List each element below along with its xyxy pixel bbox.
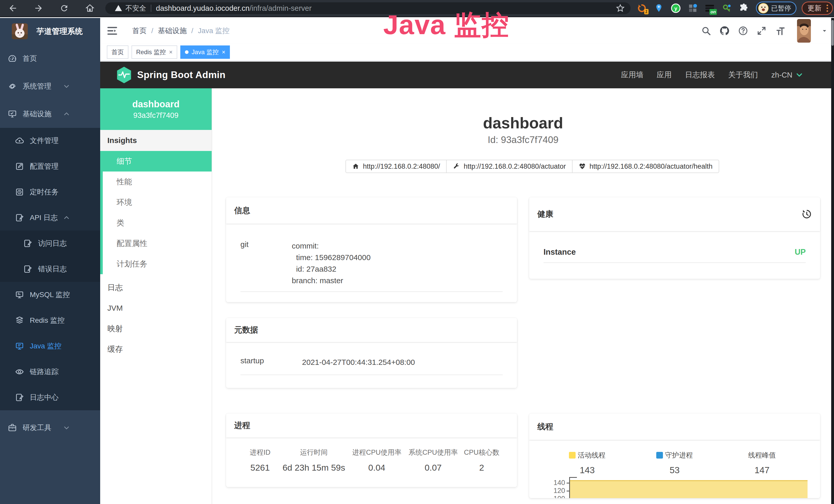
sba-item-details[interactable]: 细节 [100, 151, 212, 171]
sba-navbar: Spring Boot Admin 应用墙 应用 日志报表 关于我们 zh-CN [100, 62, 834, 88]
extensions-puzzle-icon[interactable] [739, 3, 749, 13]
page-scrollbar[interactable] [831, 18, 834, 504]
sidebar-item-tracing[interactable]: 链路追踪 [0, 359, 100, 385]
extension-y-icon[interactable]: y [671, 3, 681, 13]
profile-avatar-emoji [758, 3, 768, 13]
sba-item-environment[interactable]: 环境 [103, 192, 212, 212]
sba-nav-wallboard[interactable]: 应用墙 [621, 70, 643, 80]
sba-item-caches[interactable]: 缓存 [100, 339, 212, 360]
github-icon[interactable] [719, 25, 730, 37]
sidebar-item-access-log[interactable]: 访问日志 [0, 231, 100, 256]
close-icon[interactable]: × [222, 49, 225, 55]
reload-icon [60, 4, 69, 13]
bookmark-star-icon[interactable] [616, 4, 625, 13]
breadcrumb-infra[interactable]: 基础设施 [158, 26, 187, 36]
sidebar-item-scheduled-tasks[interactable]: 定时任务 [0, 179, 100, 205]
sidebar-item-error-log[interactable]: 错误日志 [0, 256, 100, 282]
sba-nav: 应用墙 应用 日志报表 关于我们 zh-CN [621, 70, 803, 80]
sba-item-metrics[interactable]: 性能 [103, 171, 212, 192]
sidebar-submenu-infra: 文件管理 配置管理 定时任务 API 日志 访问日志 错误日志 [0, 128, 100, 410]
extension-tabs-icon[interactable]: on [705, 3, 715, 13]
tab-redis-monitor[interactable]: Redis 监控 × [132, 45, 177, 59]
health-card: 健康 Instance UP [529, 197, 820, 279]
active-tab-dot [185, 50, 189, 54]
extension-grid-icon[interactable] [687, 3, 698, 13]
sba-item-mappings[interactable]: 映射 [100, 318, 212, 339]
sidebar-item-home[interactable]: 首页 [0, 45, 100, 72]
y-axis-tick [567, 491, 569, 491]
process-cpu: 0.04 [348, 463, 406, 473]
sidebar-item-system[interactable]: 系统管理 [0, 72, 100, 100]
live-threads-value: 143 [544, 465, 631, 475]
browser-menu-icon[interactable] [825, 5, 830, 12]
sba-content: dashboard Id: 93a3fc7f7409 http://192.16… [212, 88, 834, 504]
info-card-header: 信息 [226, 197, 517, 224]
fullscreen-icon[interactable] [756, 25, 767, 37]
sba-item-configprops[interactable]: 配置属性 [103, 233, 212, 254]
scrollbar-thumb[interactable] [831, 20, 834, 46]
sidebar-item-dev-tools[interactable]: 研发工具 [0, 414, 100, 442]
threads-card-header: 线程 [529, 413, 820, 440]
sba-body: dashboard 93a3fc7f7409 Insights 细节 性能 环境… [100, 88, 834, 504]
sidebar-item-log-center[interactable]: 日志中心 [0, 385, 100, 410]
sidebar-item-file-management[interactable]: 文件管理 [0, 128, 100, 154]
sidebar-collapse-icon[interactable] [107, 25, 118, 37]
threads-legend-row: 活动线程 143 守护进程 53 线程峰值 [544, 451, 806, 475]
search-icon[interactable] [700, 25, 712, 37]
extension-key-icon[interactable] [722, 3, 732, 13]
sidebar-item-redis-monitor[interactable]: Redis 监控 [0, 307, 100, 333]
cpu-cores: 2 [461, 463, 503, 473]
instance-url-actuator[interactable]: http://192.168.0.2:48080/actuator [446, 160, 572, 173]
app-title: 芋道管理系统 [37, 26, 83, 37]
browser-reload-button[interactable] [51, 0, 77, 17]
sba-language-select[interactable]: zh-CN [771, 71, 803, 79]
admin-logo-image [12, 23, 28, 39]
sidebar-item-mysql-monitor[interactable]: MySQL 监控 [0, 282, 100, 307]
admin-sidebar: 芋道管理系统 首页 系统管理 基础设施 文件管理 配置管理 [0, 18, 100, 504]
sba-item-classes[interactable]: 类 [103, 212, 212, 233]
sidebar-item-infra[interactable]: 基础设施 [0, 100, 100, 128]
sba-item-logs[interactable]: 日志 [100, 277, 212, 298]
sba-brand[interactable]: Spring Boot Admin [116, 66, 225, 84]
sba-nav-about[interactable]: 关于我们 [728, 70, 758, 80]
user-avatar[interactable] [797, 19, 811, 43]
browser-back-button[interactable] [0, 0, 26, 17]
sba-item-jvm[interactable]: JVM [100, 298, 212, 318]
extension-update-icon[interactable]: 1 [637, 3, 647, 13]
avatar-caret-icon[interactable] [822, 28, 827, 33]
info-value: commit: time: 1596289704000 id: 27aa832 … [292, 240, 503, 286]
address-bar[interactable]: 不安全 dashboard.yudao.iocoder.cn/infra/adm… [105, 2, 631, 14]
sba-nav-journal[interactable]: 日志报表 [685, 70, 715, 80]
header-actions [700, 19, 827, 43]
eye-icon [15, 367, 24, 376]
tab-home[interactable]: 首页 [107, 45, 128, 59]
history-icon[interactable] [800, 208, 812, 220]
main-area: 首页 / 基础设施 / Java 监控 [100, 18, 834, 504]
font-size-icon[interactable] [774, 25, 786, 37]
instance-url-health[interactable]: http://192.168.0.2:48080/actuator/health [572, 160, 719, 173]
browser-home-button[interactable] [77, 0, 103, 17]
browser-profile-button[interactable]: 已暂停 [756, 2, 796, 15]
sba-nav-applications[interactable]: 应用 [657, 70, 672, 80]
instance-url-home[interactable]: http://192.168.0.2:48080/ [346, 160, 447, 173]
sidebar-item-config-management[interactable]: 配置管理 [0, 154, 100, 179]
edit-square-icon [15, 162, 24, 171]
chevron-down-icon [796, 72, 803, 78]
health-key: Instance [544, 248, 576, 257]
dashboard-icon [8, 54, 17, 63]
sba-item-scheduled-tasks[interactable]: 计划任务 [103, 254, 212, 274]
extension-pin-icon[interactable] [654, 3, 664, 13]
breadcrumb-home[interactable]: 首页 [132, 26, 147, 36]
sidebar-item-api-log[interactable]: API 日志 [0, 205, 100, 231]
sidebar-item-java-monitor[interactable]: Java 监控 [0, 333, 100, 359]
browser-update-button[interactable]: 更新 [802, 2, 833, 15]
help-icon[interactable] [738, 25, 749, 37]
tab-java-monitor[interactable]: Java 监控 × [180, 45, 230, 59]
process-pid: 5261 [240, 463, 280, 473]
legend-blue-swatch [656, 452, 663, 459]
close-icon[interactable]: × [169, 49, 173, 55]
browser-forward-button[interactable] [26, 0, 51, 17]
metadata-card: 元数据 startup 2021-04-27T00:44:31.254+08:0… [226, 318, 517, 388]
page-url: dashboard.yudao.iocoder.cn/infra/admin-s… [156, 4, 311, 13]
admin-logo[interactable]: 芋道管理系统 [0, 18, 100, 45]
